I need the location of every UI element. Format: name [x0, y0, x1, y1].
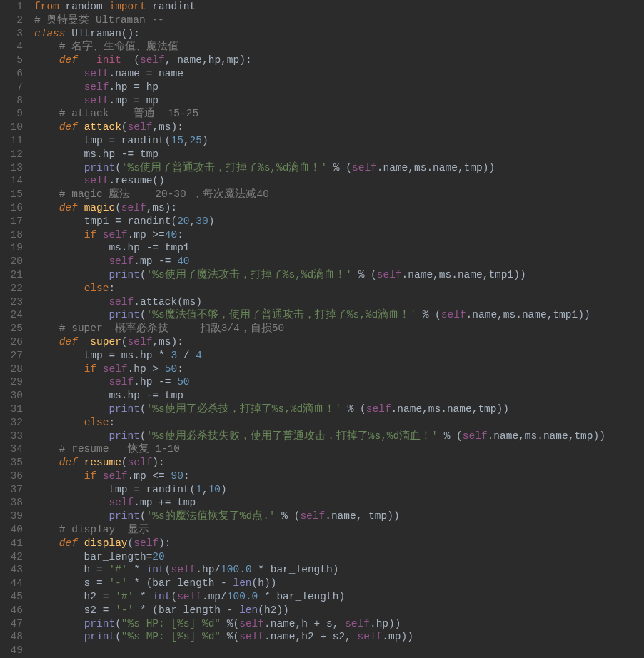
token-self: self	[84, 81, 109, 93]
code-line[interactable]: self.mp = mp	[34, 94, 644, 108]
token-self: self	[84, 175, 109, 186]
token-pn: :	[109, 283, 115, 294]
code-line[interactable]: self.hp -= 50	[34, 375, 644, 389]
token-kw: else	[84, 417, 109, 428]
code-area[interactable]: from random import randint# 奥特曼类 Ultrama…	[30, 0, 644, 657]
code-line[interactable]	[34, 644, 644, 657]
code-line[interactable]: print('%s使用了魔法攻击，打掉了%s,%d滴血！' % (self.na…	[34, 268, 644, 282]
token-pn: % (	[276, 510, 301, 522]
line-number: 14	[0, 174, 23, 188]
token-op: ,	[183, 135, 190, 146]
code-line[interactable]: else:	[34, 416, 644, 430]
token-pn: tmp = ms.hp *	[34, 350, 171, 361]
token-pn: (	[121, 336, 128, 348]
code-line[interactable]: # attack 普通 15-25	[34, 107, 644, 121]
code-line[interactable]: tmp1 = randint(20,30)	[34, 215, 644, 228]
token-kw: if	[84, 470, 103, 482]
code-line[interactable]: ms.hp -= tmp	[34, 148, 644, 161]
code-line[interactable]: ms.hp -= tmp1	[34, 241, 644, 255]
code-line[interactable]: self.attack(ms)	[34, 295, 644, 309]
line-number: 39	[0, 510, 23, 523]
token-self: self	[239, 631, 264, 642]
code-line[interactable]: print('%s使用了普通攻击，打掉了%s,%d滴血！' % (self.na…	[34, 161, 644, 175]
token-pn	[34, 403, 109, 415]
code-line[interactable]: h2 = '#' * int(self.mp/100.0 * bar_lengt…	[34, 590, 644, 604]
code-line[interactable]: if self.mp >=40:	[34, 228, 644, 242]
code-line[interactable]: def __init__(self, name,hp,mp):	[34, 54, 644, 67]
code-line[interactable]: # 名字、生命值、魔法值	[34, 40, 644, 54]
code-line[interactable]: print("%s HP: [%s] %d" %(self.name,h + s…	[34, 617, 644, 631]
token-pn	[34, 54, 59, 66]
token-pn	[34, 229, 84, 241]
code-line[interactable]: tmp = ms.hp * 3 / 4	[34, 349, 644, 363]
code-line[interactable]: class Ultraman():	[34, 27, 644, 41]
code-line[interactable]: print('%s魔法值不够，使用了普通攻击，打掉了%s,%d滴血！' % (s…	[34, 308, 644, 322]
code-line[interactable]: # magic 魔法 20-30 ，每次魔法减40	[34, 188, 644, 201]
code-line[interactable]: print("%s MP: [%s] %d" %(self.name,h2 + …	[34, 630, 644, 644]
code-line[interactable]: tmp = randint(15,25)	[34, 134, 644, 148]
line-number: 43	[0, 563, 23, 577]
code-line[interactable]: # 奥特曼类 Ultraman --	[34, 14, 644, 27]
code-line[interactable]: # display 显示	[34, 523, 644, 537]
token-str: '-'	[109, 577, 127, 589]
token-pn: (	[115, 202, 121, 213]
code-line[interactable]: s2 = '-' * (bar_length - len(h2))	[34, 604, 644, 617]
token-pn: (	[140, 309, 146, 320]
token-pn: .mp += tmp	[134, 497, 196, 508]
code-editor[interactable]: 1234567891011121314151617181920212223242…	[0, 0, 644, 657]
code-line[interactable]: def display(self):	[34, 537, 644, 550]
code-line[interactable]: if self.hp > 50:	[34, 363, 644, 376]
code-line[interactable]: # super 概率必杀技 扣敌3/4，自损50	[34, 322, 644, 335]
code-line[interactable]: else:	[34, 282, 644, 295]
line-number: 5	[0, 54, 23, 67]
token-kw: from	[34, 1, 59, 12]
code-line[interactable]: # resume 恢复 1-10	[34, 442, 644, 456]
code-line[interactable]: from random import randint	[34, 0, 644, 14]
code-line[interactable]: self.mp += tmp	[34, 496, 644, 510]
token-pn: %(	[221, 618, 239, 629]
code-line[interactable]: def super(self,ms):	[34, 335, 644, 349]
token-pn: (	[115, 162, 121, 173]
code-line[interactable]: def attack(self,ms):	[34, 121, 644, 134]
token-param: name	[177, 54, 202, 66]
code-line[interactable]: s = '-' * (bar_length - len(h))	[34, 577, 644, 590]
token-pn	[34, 336, 59, 348]
code-line[interactable]: def resume(self):	[34, 456, 644, 470]
token-kw2: def	[59, 121, 84, 133]
token-fn: super	[90, 336, 121, 348]
token-pn	[34, 95, 84, 106]
line-number: 27	[0, 349, 23, 363]
token-self: self	[109, 255, 134, 267]
code-line[interactable]: print('%s的魔法值恢复了%d点.' % (self.name, tmp)…	[34, 510, 644, 523]
token-param: mp	[227, 54, 239, 66]
code-line[interactable]: print('%s使用必杀技失败，使用了普通攻击，打掉了%s,%d滴血！' % …	[34, 430, 644, 443]
code-line[interactable]: self.name = name	[34, 67, 644, 81]
token-num: 1	[196, 484, 202, 495]
token-num: 20	[177, 216, 189, 227]
line-number: 3	[0, 27, 23, 41]
token-pn: *	[134, 591, 152, 602]
token-num: 15	[171, 135, 183, 146]
token-cmt: # super 概率必杀技 扣敌3/4，自损50	[59, 323, 284, 334]
code-line[interactable]: ms.hp -= tmp	[34, 389, 644, 403]
code-line[interactable]: print('%s使用了必杀技，打掉了%s,%d滴血！' % (self.nam…	[34, 403, 644, 416]
code-line[interactable]: self.hp = hp	[34, 81, 644, 94]
code-line[interactable]: self.resume()	[34, 174, 644, 188]
token-pn: /	[177, 350, 196, 361]
token-pn: tmp = randint(	[34, 484, 196, 495]
code-line[interactable]: self.mp -= 40	[34, 255, 644, 268]
line-number: 17	[0, 215, 23, 228]
code-line[interactable]: bar_length=20	[34, 550, 644, 564]
code-line[interactable]: h = '#' * int(self.hp/100.0 * bar_length…	[34, 563, 644, 577]
token-pn: .mp/	[202, 591, 227, 602]
token-pn: .hp >	[128, 363, 165, 375]
token-str: '%s的魔法值恢复了%d点.'	[146, 510, 276, 522]
code-line[interactable]: def magic(self,ms):	[34, 201, 644, 215]
token-pn: h2 =	[34, 591, 115, 602]
token-pn	[34, 524, 59, 535]
token-pn	[34, 162, 84, 173]
code-line[interactable]: if self.mp <= 90:	[34, 470, 644, 483]
code-line[interactable]: tmp = randint(1,10)	[34, 483, 644, 497]
line-number: 9	[0, 107, 23, 121]
line-number-gutter: 1234567891011121314151617181920212223242…	[0, 0, 30, 657]
